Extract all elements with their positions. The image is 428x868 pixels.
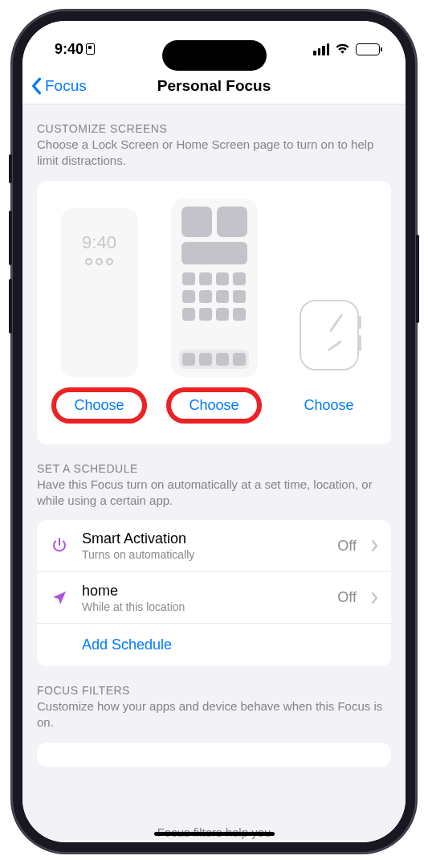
schedule-header: SET A SCHEDULE Have this Focus turn on a… <box>22 444 406 514</box>
choose-watch-button[interactable]: Choose <box>292 394 365 417</box>
row-value: Off <box>337 538 357 555</box>
filters-header: FOCUS FILTERS Customize how your apps an… <box>22 666 406 736</box>
filters-subtitle: Customize how your apps and device behav… <box>37 698 391 731</box>
filters-title: FOCUS FILTERS <box>37 684 391 697</box>
scroll-content[interactable]: CUSTOMIZE SCREENS Choose a Lock Screen o… <box>22 104 406 842</box>
row-value: Off <box>337 589 357 606</box>
nav-bar: Focus Personal Focus <box>22 68 406 104</box>
filters-card <box>37 743 391 767</box>
battery-icon: 95 <box>356 43 380 55</box>
dynamic-island <box>162 40 267 71</box>
chevron-right-icon <box>371 539 378 552</box>
home-screen-option: Choose <box>160 199 268 427</box>
smart-activation-row[interactable]: Smart Activation Turns on automatically … <box>37 520 391 571</box>
home-indicator[interactable] <box>154 832 275 836</box>
chevron-right-icon <box>371 592 378 604</box>
row-sub: Turns on automatically <box>82 548 326 561</box>
row-title: Smart Activation <box>82 530 326 547</box>
customize-card: 9:40 Choose <box>37 181 391 444</box>
lock-preview-time: 9:40 <box>82 232 116 253</box>
lock-screen-option: 9:40 Choose <box>45 208 153 427</box>
schedule-subtitle: Have this Focus turn on automatically at… <box>37 477 391 510</box>
chevron-left-icon <box>31 77 42 95</box>
choose-home-button[interactable]: Choose <box>177 394 250 417</box>
status-time: 9:40 <box>55 41 84 58</box>
choose-lock-button[interactable]: Choose <box>63 394 135 417</box>
highlight-home-choose: Choose <box>166 387 261 424</box>
cellular-icon <box>313 43 329 55</box>
home-location-row[interactable]: home While at this location Off <box>37 571 391 623</box>
customize-title: CUSTOMIZE SCREENS <box>37 122 391 135</box>
customize-header: CUSTOMIZE SCREENS Choose a Lock Screen o… <box>22 104 406 174</box>
watch-option: Choose <box>275 293 383 427</box>
schedule-title: SET A SCHEDULE <box>37 462 391 475</box>
watch-thumbnail[interactable] <box>293 293 365 377</box>
highlight-lock-choose: Choose <box>51 387 146 424</box>
power-icon <box>48 536 71 555</box>
back-label: Focus <box>45 77 87 95</box>
add-schedule-button[interactable]: Add Schedule <box>37 623 391 666</box>
home-screen-thumbnail[interactable] <box>171 199 258 377</box>
row-title: home <box>82 583 326 600</box>
back-button[interactable]: Focus <box>31 77 87 95</box>
wifi-icon <box>335 43 350 55</box>
sim-icon <box>86 43 95 55</box>
row-sub: While at this location <box>82 600 326 613</box>
location-icon <box>48 589 71 607</box>
customize-subtitle: Choose a Lock Screen or Home Screen page… <box>37 137 391 170</box>
schedule-card: Smart Activation Turns on automatically … <box>37 520 391 666</box>
lock-screen-thumbnail[interactable]: 9:40 <box>61 208 138 377</box>
